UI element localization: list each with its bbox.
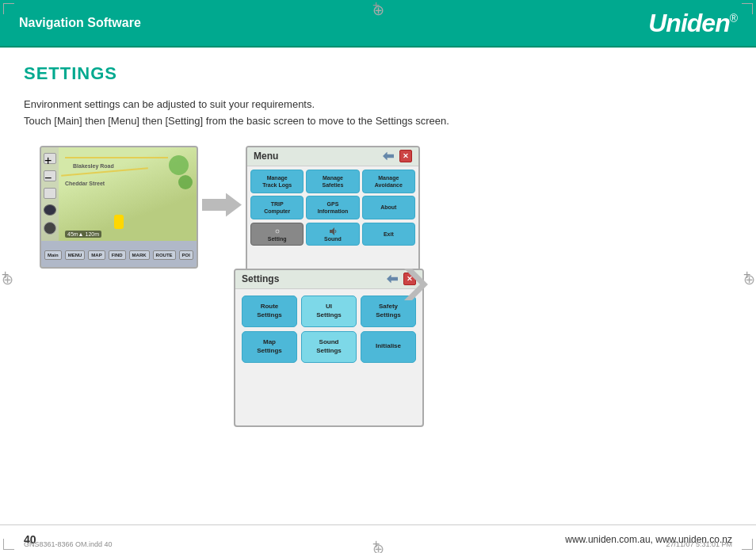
menu-btn-sound[interactable]: Sound — [306, 223, 359, 246]
nav-btn-route[interactable]: ROUTE — [153, 250, 176, 260]
section-title: SETTINGS — [24, 63, 732, 84]
menu-btn-trip[interactable]: TRIPComputer — [250, 196, 304, 219]
footer-file-name: GNS8361-8366 OM.indd 40 — [24, 540, 113, 548]
nav-road1-label: Blakesley Road — [73, 163, 114, 169]
map-tree-2 — [178, 175, 193, 189]
settings-btn-sound[interactable]: SoundSettings — [301, 331, 357, 363]
arrow-right — [198, 189, 246, 221]
settings-grid: RouteSettings UISettings SafetySettings … — [235, 289, 422, 369]
nav-sidebar-btn-zoom-in[interactable]: + — [44, 153, 56, 164]
menu-header: Menu ✕ — [247, 147, 418, 166]
nav-sidebar-btn-zoom-out[interactable]: − — [44, 170, 56, 181]
settings-header: Settings ✕ — [235, 270, 422, 289]
nav-btn-map[interactable]: MAP — [88, 250, 105, 260]
footer-file-info: GNS8361-8366 OM.indd 40 — [24, 540, 113, 548]
menu-close-button[interactable]: ✕ — [399, 150, 412, 162]
nav-btn-menu[interactable]: MENU — [65, 250, 86, 260]
menu-btn-about[interactable]: About — [362, 196, 415, 219]
map-tree-1 — [169, 155, 189, 175]
setting-gear-icon — [273, 227, 282, 236]
footer-date-info: 27/11/07 5:31:01 PM — [666, 540, 732, 548]
nav-sidebar-btn-5[interactable] — [44, 222, 56, 235]
menu-btn-track-logs[interactable]: ManageTrack Logs — [250, 170, 304, 193]
arrow-to-settings — [396, 265, 436, 307]
diagram-area: + − Blakesley Road Cheddar Street 45m▲ 1… — [40, 146, 732, 276]
content-area: SETTINGS Environment settings can be adj… — [0, 48, 756, 292]
nav-bottom-bar: Main MENU MAP FIND MARK ROUTE POI — [41, 241, 197, 269]
arrow-diagonal-icon — [396, 265, 436, 304]
nav-road2-label: Cheddar Street — [65, 181, 105, 186]
corner-mark-tl — [3, 3, 14, 14]
nav-btn-poi[interactable]: POI — [179, 250, 193, 260]
sound-icon — [328, 227, 338, 236]
crosshair-left: ⊕ — [2, 271, 13, 282]
menu-btn-safeties[interactable]: ManageSafeties — [306, 170, 359, 193]
nav-car-icon — [114, 215, 124, 229]
nav-sidebar-btn-3[interactable] — [44, 188, 56, 199]
menu-btn-setting[interactable]: Setting — [250, 223, 304, 246]
menu-bottom-bar: Setting Sound Exit — [247, 223, 418, 249]
settings-btn-map[interactable]: MapSettings — [242, 331, 297, 363]
menu-screen: Menu ✕ ManageTrack Logs ManageSafeties M… — [246, 146, 420, 276]
nav-screen: + − Blakesley Road Cheddar Street 45m▲ 1… — [40, 146, 198, 269]
svg-marker-3 — [404, 269, 428, 300]
logo: Uniden® — [648, 9, 737, 38]
nav-btn-mark[interactable]: MARK — [129, 250, 150, 260]
description: Environment settings can be adjusted to … — [24, 97, 732, 130]
menu-btn-avoidance[interactable]: ManageAvoidance — [362, 170, 415, 193]
road-line-1 — [65, 157, 168, 158]
desc-line2: Touch [Main] then [Menu] then [Setting] … — [24, 113, 732, 130]
footer: 40 www.uniden.com.au, www.uniden.co.nz — [0, 524, 756, 553]
crosshair-right: ⊕ — [743, 271, 754, 282]
desc-line1: Environment settings can be adjusted to … — [24, 97, 732, 113]
nav-sidebar: + − — [41, 147, 59, 241]
corner-mark-tr — [742, 3, 753, 14]
nav-btn-find[interactable]: FIND — [109, 250, 126, 260]
nav-map: + − Blakesley Road Cheddar Street 45m▲ 1… — [41, 147, 197, 241]
logo-reg: ® — [730, 12, 737, 25]
svg-point-1 — [276, 230, 278, 232]
menu-screen-title: Menu — [254, 151, 278, 162]
settings-btn-route[interactable]: RouteSettings — [242, 296, 297, 327]
settings-btn-initialise[interactable]: Initialise — [361, 331, 416, 363]
crosshair-top: ⊕ — [372, 2, 384, 13]
settings-screen: Settings ✕ RouteSettings UISettings Safe… — [234, 269, 424, 427]
distance-indicator: 45m▲ 120m — [65, 231, 101, 238]
header-title: Navigation Software — [19, 16, 141, 30]
menu-back-arrow-icon[interactable] — [383, 151, 394, 160]
arrow-shape — [202, 193, 242, 217]
menu-btn-exit[interactable]: Exit — [362, 223, 415, 246]
svg-marker-2 — [330, 227, 334, 235]
nav-btn-main[interactable]: Main — [44, 250, 62, 260]
logo-text: Uniden — [648, 9, 729, 37]
footer-date: 27/11/07 5:31:01 PM — [666, 540, 732, 548]
menu-grid: ManageTrack Logs ManageSafeties ManageAv… — [247, 166, 418, 223]
menu-btn-gps[interactable]: GPSInformation — [306, 196, 359, 219]
settings-btn-ui[interactable]: UISettings — [301, 296, 357, 327]
nav-sidebar-btn-night[interactable] — [44, 204, 56, 215]
settings-screen-title: Settings — [242, 273, 279, 284]
menu-header-icons: ✕ — [380, 150, 412, 162]
